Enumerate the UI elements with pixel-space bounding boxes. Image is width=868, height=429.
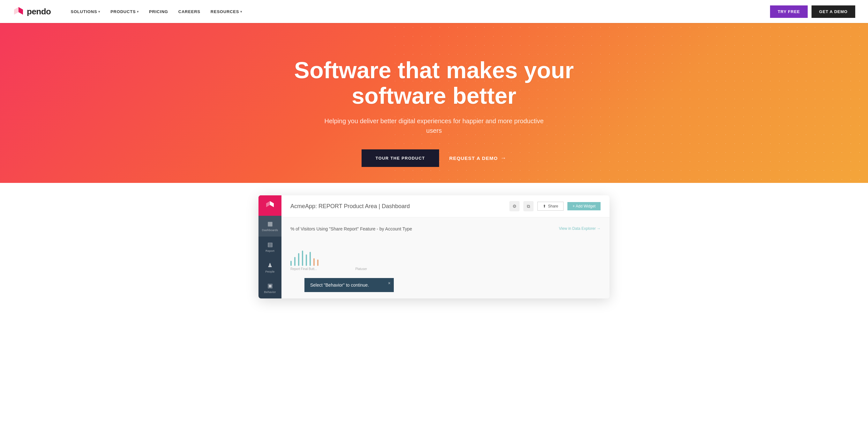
pendo-logo-icon bbox=[13, 6, 24, 17]
chart-x-labels: Report Final Butt... Platuser bbox=[290, 267, 600, 271]
sidebar-pendo-icon bbox=[266, 200, 274, 211]
chart-bar bbox=[317, 259, 318, 266]
nav-pricing[interactable]: PRICING bbox=[145, 7, 173, 17]
tour-product-button[interactable]: TOUR THE PRODUCT bbox=[362, 149, 439, 167]
dashboard-container: ▦ Dashboards ▤ Report ♟ People ▣ Behavio… bbox=[258, 195, 610, 299]
sidebar-item-report[interactable]: ▤ Report bbox=[258, 237, 281, 257]
copy-button[interactable]: ⧉ bbox=[523, 201, 533, 211]
copy-icon: ⧉ bbox=[527, 204, 530, 209]
try-free-button[interactable]: TRY FREE bbox=[770, 5, 808, 18]
report-icon: ▤ bbox=[268, 241, 273, 248]
svg-marker-0 bbox=[19, 7, 23, 15]
chart-bar bbox=[310, 252, 311, 266]
nav-products[interactable]: PRODUCTS ▾ bbox=[106, 7, 143, 17]
svg-marker-3 bbox=[266, 201, 270, 207]
tooltip-close-button[interactable]: × bbox=[388, 281, 391, 286]
nav-solutions[interactable]: SOLUTIONS ▾ bbox=[66, 7, 105, 17]
hero-title: Software that makes your software better bbox=[290, 58, 578, 108]
hero-subtitle: Helping you deliver better digital exper… bbox=[322, 116, 546, 135]
nav-cta-buttons: TRY FREE GET A DEMO bbox=[770, 5, 855, 18]
chevron-down-icon: ▾ bbox=[240, 10, 242, 13]
chart-label-1: Report Final Butt... bbox=[290, 267, 317, 271]
people-icon: ♟ bbox=[268, 262, 273, 269]
svg-marker-1 bbox=[14, 7, 19, 15]
sidebar-logo bbox=[258, 195, 281, 216]
settings-icon: ⚙ bbox=[513, 204, 517, 209]
dashboard-header-actions: ⚙ ⧉ ⬆ Share + Add Widget bbox=[509, 201, 600, 211]
dashboard-preview-section: ▦ Dashboards ▤ Report ♟ People ▣ Behavio… bbox=[0, 195, 868, 317]
chart-bar bbox=[294, 257, 296, 266]
chart-bar bbox=[290, 261, 292, 266]
dashboard-content: % of Visitors Using "Share Report" Featu… bbox=[281, 217, 610, 280]
sidebar-item-behavior[interactable]: ▣ Behavior bbox=[258, 278, 281, 299]
navbar: pendo SOLUTIONS ▾ PRODUCTS ▾ PRICING CAR… bbox=[0, 0, 868, 23]
chart-bar bbox=[306, 254, 307, 266]
behavior-icon: ▣ bbox=[268, 282, 273, 289]
sidebar-item-people[interactable]: ♟ People bbox=[258, 257, 281, 278]
hero-buttons: TOUR THE PRODUCT REQUEST A DEMO → bbox=[362, 149, 506, 167]
chevron-down-icon: ▾ bbox=[98, 10, 100, 13]
nav-careers[interactable]: CAREERS bbox=[174, 7, 205, 17]
dashboard-header: AcmeApp: REPORT Product Area | Dashboard… bbox=[281, 195, 610, 217]
nav-resources[interactable]: RESOURCES ▾ bbox=[206, 7, 247, 17]
dashboard-main: AcmeApp: REPORT Product Area | Dashboard… bbox=[281, 195, 610, 299]
chevron-down-icon: ▾ bbox=[137, 10, 139, 13]
chart-bar bbox=[302, 251, 303, 266]
sidebar-item-dashboards[interactable]: ▦ Dashboards bbox=[258, 216, 281, 237]
settings-button[interactable]: ⚙ bbox=[509, 201, 520, 211]
share-button[interactable]: ⬆ Share bbox=[537, 202, 564, 211]
behavior-tooltip: × Select "Behavior" to continue. bbox=[304, 278, 394, 292]
hero-section: Software that makes your software better… bbox=[0, 23, 868, 221]
dashboard-title: AcmeApp: REPORT Product Area | Dashboard bbox=[290, 203, 509, 210]
dashboards-icon: ▦ bbox=[268, 220, 273, 227]
nav-links: SOLUTIONS ▾ PRODUCTS ▾ PRICING CAREERS R… bbox=[66, 7, 770, 17]
dashboard-sidebar: ▦ Dashboards ▤ Report ♟ People ▣ Behavio… bbox=[258, 195, 281, 299]
chart-bar bbox=[298, 253, 299, 266]
view-data-explorer-link[interactable]: View in Data Explorer → bbox=[559, 226, 601, 231]
widget-title: % of Visitors Using "Share Report" Featu… bbox=[290, 226, 412, 232]
chart-bar bbox=[313, 258, 315, 266]
chart-area bbox=[290, 240, 600, 266]
svg-marker-2 bbox=[270, 201, 274, 207]
share-upload-icon: ⬆ bbox=[543, 204, 546, 209]
add-widget-button[interactable]: + Add Widget bbox=[567, 202, 600, 210]
arrow-icon: → bbox=[500, 155, 506, 161]
request-demo-link[interactable]: REQUEST A DEMO → bbox=[449, 155, 507, 161]
chart-label-2: Platuser bbox=[355, 267, 367, 271]
tooltip-text: Select "Behavior" to continue. bbox=[310, 282, 369, 287]
logo-text: pendo bbox=[27, 7, 51, 17]
get-demo-button[interactable]: GET A DEMO bbox=[811, 5, 855, 18]
logo[interactable]: pendo bbox=[13, 6, 51, 17]
